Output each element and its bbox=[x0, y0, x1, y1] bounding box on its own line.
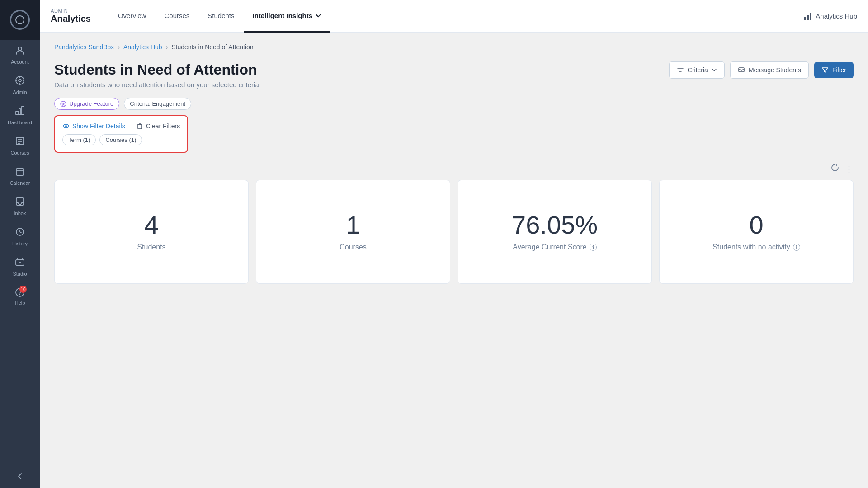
logo-icon bbox=[10, 10, 30, 30]
criteria-button[interactable]: Criteria bbox=[669, 61, 725, 79]
refresh-icon[interactable] bbox=[831, 164, 839, 174]
page-title: Students in Need of Attention bbox=[54, 61, 259, 78]
eye-icon bbox=[62, 122, 70, 130]
svg-point-0 bbox=[18, 47, 22, 51]
stat-value-courses: 1 bbox=[346, 212, 360, 238]
calendar-icon bbox=[15, 166, 25, 178]
svg-rect-26 bbox=[807, 15, 809, 20]
history-icon bbox=[15, 227, 25, 239]
filter-details-header: Show Filter Details Clear Filters bbox=[62, 122, 180, 130]
stat-card-courses: 1 Courses bbox=[256, 180, 450, 284]
inbox-icon bbox=[15, 197, 25, 209]
criteria-tag: Criteria: Engagement bbox=[124, 98, 191, 110]
sidebar-item-dashboard[interactable]: Dashboard bbox=[0, 100, 40, 131]
sidebar-item-admin[interactable]: Admin bbox=[0, 70, 40, 100]
no-activity-info-icon[interactable]: ℹ bbox=[793, 244, 800, 251]
main-content: ADMIN Analytics Overview Courses Student… bbox=[40, 0, 868, 488]
breadcrumb-link-analytics-hub[interactable]: Analytics Hub bbox=[123, 43, 162, 51]
filter-button[interactable]: Filter bbox=[814, 62, 854, 78]
stat-label-students: Students bbox=[137, 243, 165, 251]
stat-value-no-activity: 0 bbox=[749, 212, 763, 238]
more-options-icon[interactable]: ⋮ bbox=[844, 164, 854, 174]
topnav-right: Analytics Hub bbox=[804, 12, 857, 20]
breadcrumb-current: Students in Need of Attention bbox=[171, 43, 253, 51]
filter-pill-courses[interactable]: Courses (1) bbox=[99, 134, 142, 145]
svg-text:★: ★ bbox=[61, 102, 66, 107]
sidebar-logo bbox=[0, 0, 40, 40]
filter-tags-row: ★ Upgrade Feature Criteria: Engagement bbox=[54, 98, 854, 110]
page-header: Students in Need of Attention Data on st… bbox=[54, 61, 854, 89]
breadcrumb: Pandalytics SandBox › Analytics Hub › St… bbox=[54, 43, 854, 51]
chevron-down-icon bbox=[315, 12, 321, 19]
page-subtitle: Data on students who need attention base… bbox=[54, 81, 259, 89]
page-content: Pandalytics SandBox › Analytics Hub › St… bbox=[40, 33, 868, 488]
stats-header: ⋮ bbox=[54, 164, 854, 174]
svg-point-32 bbox=[65, 125, 67, 127]
stat-card-no-activity: 0 Students with no activity ℹ bbox=[659, 180, 854, 284]
stat-value-avg-score: 76.05% bbox=[512, 212, 598, 238]
trash-icon bbox=[136, 122, 143, 130]
nav-item-courses[interactable]: Courses bbox=[155, 0, 198, 33]
analytics-hub-icon bbox=[804, 12, 812, 20]
sidebar-item-history[interactable]: History bbox=[0, 221, 40, 252]
stat-label-avg-score: Average Current Score ℹ bbox=[513, 243, 596, 251]
stat-card-students: 4 Students bbox=[54, 180, 249, 284]
topnav-nav: Overview Courses Students Intelligent In… bbox=[109, 0, 804, 33]
upgrade-feature-tag[interactable]: ★ Upgrade Feature bbox=[54, 98, 119, 110]
upgrade-icon: ★ bbox=[60, 101, 66, 107]
svg-rect-27 bbox=[810, 13, 811, 20]
page-title-section: Students in Need of Attention Data on st… bbox=[54, 61, 259, 89]
breadcrumb-sep-1: › bbox=[118, 43, 120, 51]
sidebar-item-inbox-label: Inbox bbox=[14, 211, 26, 216]
svg-rect-7 bbox=[16, 111, 19, 115]
filter-section: ★ Upgrade Feature Criteria: Engagement S… bbox=[54, 98, 854, 153]
sidebar-item-history-label: History bbox=[12, 241, 28, 246]
analytics-hub-link[interactable]: Analytics Hub bbox=[804, 12, 857, 20]
stat-label-courses: Courses bbox=[340, 243, 367, 251]
stats-grid: 4 Students 1 Courses 76.05% Average Curr… bbox=[54, 180, 854, 284]
studio-icon bbox=[15, 257, 25, 269]
sidebar-item-account-label: Account bbox=[11, 59, 29, 65]
stat-label-no-activity: Students with no activity ℹ bbox=[712, 243, 800, 251]
nav-item-intelligent-insights[interactable]: Intelligent Insights bbox=[244, 0, 331, 33]
stat-value-students: 4 bbox=[144, 212, 158, 238]
sidebar-collapse-button[interactable] bbox=[0, 465, 40, 488]
sidebar-item-courses[interactable]: Courses bbox=[0, 131, 40, 161]
nav-item-students[interactable]: Students bbox=[198, 0, 243, 33]
clear-filters-button[interactable]: Clear Filters bbox=[136, 122, 180, 130]
topnav-brand: ADMIN Analytics bbox=[51, 8, 91, 24]
show-filter-details-button[interactable]: Show Filter Details bbox=[62, 122, 125, 130]
sidebar-item-help[interactable]: ? 10 Help bbox=[0, 282, 40, 311]
svg-rect-14 bbox=[16, 169, 24, 175]
sidebar-item-studio[interactable]: Studio bbox=[0, 252, 40, 282]
sidebar-item-calendar-label: Calendar bbox=[10, 180, 30, 186]
sidebar-item-account[interactable]: Account bbox=[0, 40, 40, 70]
svg-rect-33 bbox=[138, 125, 142, 129]
filter-pills: Term (1) Courses (1) bbox=[62, 134, 180, 145]
criteria-chevron-icon bbox=[712, 67, 717, 73]
svg-rect-9 bbox=[21, 107, 24, 115]
message-students-button[interactable]: Message Students bbox=[730, 61, 809, 79]
stat-card-avg-score: 76.05% Average Current Score ℹ bbox=[458, 180, 652, 284]
nav-item-overview[interactable]: Overview bbox=[109, 0, 156, 33]
admin-label: ADMIN bbox=[51, 8, 91, 14]
sidebar-item-dashboard-label: Dashboard bbox=[8, 120, 32, 125]
sidebar-item-inbox[interactable]: Inbox bbox=[0, 191, 40, 221]
filter-pill-term[interactable]: Term (1) bbox=[62, 134, 96, 145]
sidebar-item-calendar[interactable]: Calendar bbox=[0, 161, 40, 191]
breadcrumb-link-sandbox[interactable]: Pandalytics SandBox bbox=[54, 43, 114, 51]
dashboard-icon bbox=[15, 106, 25, 118]
sidebar-item-studio-label: Studio bbox=[13, 271, 27, 277]
svg-rect-8 bbox=[19, 109, 21, 115]
svg-rect-25 bbox=[804, 17, 806, 20]
analytics-hub-label: Analytics Hub bbox=[816, 12, 857, 20]
brand-name: Analytics bbox=[51, 14, 91, 24]
sidebar-item-courses-label: Courses bbox=[11, 150, 29, 155]
avg-score-info-icon[interactable]: ℹ bbox=[590, 244, 597, 251]
svg-point-2 bbox=[19, 79, 21, 82]
topnav: ADMIN Analytics Overview Courses Student… bbox=[40, 0, 868, 33]
account-icon bbox=[15, 45, 25, 57]
help-badge: 10 bbox=[19, 286, 27, 293]
svg-rect-21 bbox=[18, 258, 22, 260]
message-icon bbox=[738, 66, 745, 74]
